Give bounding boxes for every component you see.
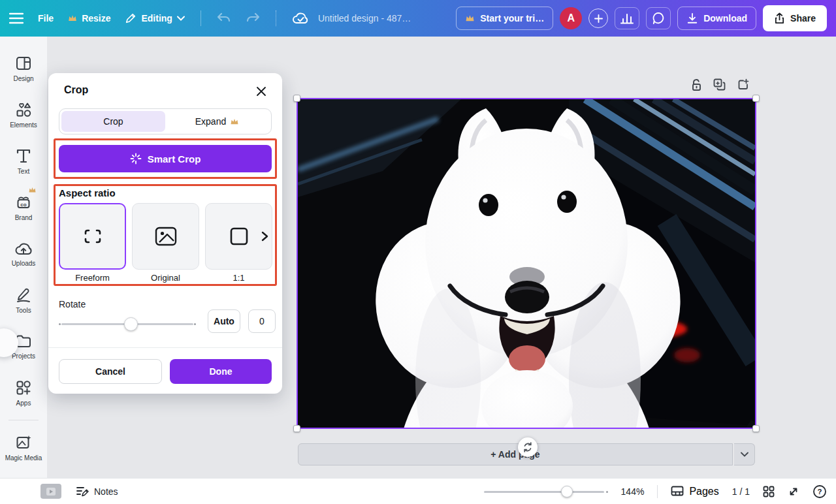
bar-chart-icon bbox=[620, 12, 634, 24]
download-label: Download bbox=[703, 13, 747, 24]
cloud-save-status-button[interactable] bbox=[292, 12, 309, 25]
tools-pen-icon bbox=[15, 287, 32, 304]
aspect-option-freeform[interactable] bbox=[59, 203, 126, 270]
top-toolbar: File Resize Editing Untitled design - 48… bbox=[0, 0, 836, 37]
resize-label: Resize bbox=[82, 13, 110, 24]
share-icon bbox=[774, 12, 785, 24]
comments-button[interactable] bbox=[646, 7, 671, 29]
smart-crop-button[interactable]: Smart Crop bbox=[59, 145, 272, 172]
save-to-folder-button[interactable] bbox=[737, 78, 749, 91]
tab-crop[interactable]: Crop bbox=[61, 111, 165, 132]
add-page-button[interactable]: + Add page bbox=[298, 443, 733, 465]
hamburger-icon bbox=[9, 12, 24, 24]
grid-view-icon bbox=[763, 486, 775, 497]
tab-expand-label: Expand bbox=[195, 116, 226, 127]
selected-image[interactable] bbox=[298, 99, 755, 428]
aspect-options-next-button[interactable] bbox=[259, 228, 271, 244]
crown-icon bbox=[230, 118, 239, 125]
add-page-dropdown-button[interactable] bbox=[734, 443, 755, 465]
pencil-icon bbox=[125, 12, 137, 24]
lock-button[interactable] bbox=[690, 78, 702, 91]
pages-button[interactable]: Pages bbox=[671, 486, 718, 497]
user-avatar[interactable]: A bbox=[560, 7, 582, 29]
sidebar-item-design[interactable]: Design bbox=[3, 45, 44, 91]
rotate-degrees-field[interactable]: 0 bbox=[248, 309, 276, 333]
sidebar-item-magic-media[interactable]: Magic Media bbox=[3, 424, 44, 471]
undo-icon bbox=[217, 12, 231, 24]
svg-text:?: ? bbox=[817, 488, 822, 496]
sidebar-item-text[interactable]: Text bbox=[3, 138, 44, 184]
tab-expand[interactable]: Expand bbox=[165, 111, 269, 132]
original-image-icon bbox=[153, 225, 178, 247]
text-icon bbox=[15, 148, 32, 165]
main-menu-button[interactable] bbox=[9, 12, 24, 24]
rotate-slider[interactable] bbox=[59, 316, 196, 332]
duplicate-button[interactable] bbox=[713, 78, 726, 91]
add-member-button[interactable] bbox=[588, 8, 608, 28]
design-title[interactable]: Untitled design - 487… bbox=[318, 13, 411, 24]
zoom-slider[interactable] bbox=[484, 485, 608, 498]
help-button[interactable]: ? bbox=[812, 484, 827, 499]
sidebar-item-tools[interactable]: Tools bbox=[3, 277, 44, 323]
aspect-option-original[interactable] bbox=[132, 203, 199, 270]
redo-icon bbox=[246, 12, 260, 24]
sidebar-item-uploads[interactable]: Uploads bbox=[3, 230, 44, 277]
cloud-check-icon bbox=[292, 12, 309, 25]
aspect-option-label: Original bbox=[151, 273, 180, 283]
file-menu-button[interactable]: File bbox=[38, 13, 54, 24]
plus-icon bbox=[594, 14, 603, 23]
sidebar-item-label: Design bbox=[13, 75, 33, 82]
sidebar-item-apps[interactable]: Apps bbox=[3, 370, 44, 416]
sidebar-divider bbox=[8, 420, 39, 420]
rotate-degrees-value: 0 bbox=[259, 316, 265, 326]
aspect-ratio-options: Freeform Original 1:1 bbox=[59, 203, 272, 283]
video-tutorial-button[interactable] bbox=[40, 484, 61, 499]
resize-handle-top-right[interactable] bbox=[752, 95, 760, 102]
insights-button[interactable] bbox=[615, 7, 639, 29]
sidebar-item-brand[interactable]: co Brand bbox=[3, 184, 44, 230]
resize-handle-bottom-right[interactable] bbox=[752, 425, 760, 432]
zoom-slider-thumb[interactable] bbox=[561, 486, 573, 497]
resize-button[interactable]: Resize bbox=[68, 13, 110, 24]
share-button[interactable]: Share bbox=[763, 5, 827, 31]
rotate-handle[interactable] bbox=[518, 437, 538, 457]
pages-label: Pages bbox=[689, 486, 718, 497]
close-dialog-button[interactable] bbox=[253, 84, 269, 99]
square-ratio-icon bbox=[228, 225, 250, 247]
resize-handle-top-left[interactable] bbox=[293, 95, 300, 102]
pages-icon bbox=[671, 486, 684, 497]
left-sidebar: Design Elements Text co Brand Uploads To… bbox=[0, 37, 47, 478]
crown-icon bbox=[68, 14, 77, 22]
avatar-letter: A bbox=[567, 12, 575, 24]
zoom-level[interactable]: 144% bbox=[621, 486, 645, 497]
dog-photo bbox=[298, 99, 755, 428]
download-button[interactable]: Download bbox=[677, 7, 756, 30]
start-trial-button[interactable]: Start your tri… bbox=[456, 7, 553, 30]
cancel-button[interactable]: Cancel bbox=[59, 359, 162, 384]
sidebar-item-label: Apps bbox=[16, 400, 31, 407]
bottom-status-bar: Notes 144% Pages 1 / 1 ? bbox=[0, 478, 836, 504]
file-menu-label: File bbox=[38, 13, 54, 24]
magic-media-icon bbox=[15, 434, 32, 451]
sidebar-item-elements[interactable]: Elements bbox=[3, 91, 44, 138]
sidebar-item-label: Elements bbox=[10, 121, 37, 129]
zoom-slider-track[interactable] bbox=[484, 491, 604, 493]
editing-mode-button[interactable]: Editing bbox=[125, 12, 184, 24]
grid-view-button[interactable] bbox=[763, 486, 775, 497]
sidebar-item-label: Uploads bbox=[12, 260, 36, 267]
redo-button[interactable] bbox=[246, 12, 260, 24]
close-icon bbox=[256, 86, 266, 97]
notes-button[interactable]: Notes bbox=[76, 486, 118, 497]
chevron-down-icon bbox=[741, 452, 748, 457]
slider-tick bbox=[59, 323, 61, 325]
auto-rotate-button[interactable]: Auto bbox=[208, 309, 240, 333]
rotate-slider-thumb[interactable] bbox=[124, 317, 138, 331]
done-button[interactable]: Done bbox=[170, 359, 272, 384]
sidebar-item-label: Projects bbox=[12, 353, 35, 360]
duplicate-plus-icon bbox=[713, 78, 726, 91]
svg-text:co: co bbox=[20, 201, 26, 207]
aspect-option-label: 1:1 bbox=[233, 273, 244, 283]
undo-button[interactable] bbox=[217, 12, 231, 24]
fullscreen-button[interactable] bbox=[788, 486, 799, 497]
resize-handle-bottom-left[interactable] bbox=[293, 425, 300, 432]
